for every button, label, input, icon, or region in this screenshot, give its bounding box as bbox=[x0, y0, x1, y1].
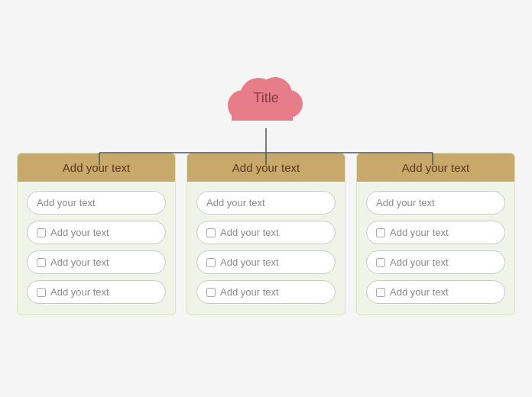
svg-rect-9 bbox=[232, 104, 293, 121]
columns-wrapper: Add your text Add your text Add your tex… bbox=[15, 153, 517, 315]
column-1-body: Add your text Add your text Add your tex… bbox=[18, 182, 175, 304]
column-1-checkbox-2-label: Add your text bbox=[50, 257, 109, 268]
column-1-checkbox-2[interactable]: Add your text bbox=[27, 250, 166, 274]
column-3-checkbox-1[interactable]: Add your text bbox=[366, 221, 505, 244]
column-3-checkbox-3[interactable]: Add your text bbox=[366, 280, 505, 304]
checkbox-icon[interactable] bbox=[376, 228, 385, 237]
column-3-checkbox-1-label: Add your text bbox=[390, 227, 449, 238]
column-3-checkbox-2-label: Add your text bbox=[390, 257, 449, 268]
column-1-checkbox-1[interactable]: Add your text bbox=[27, 221, 166, 244]
column-2-checkbox-3-label: Add your text bbox=[220, 286, 279, 298]
column-1-checkbox-3-label: Add your text bbox=[50, 286, 109, 298]
column-3-text-box[interactable]: Add your text bbox=[366, 191, 505, 215]
column-3-checkbox-3-label: Add your text bbox=[390, 286, 449, 298]
column-1-checkbox-1-label: Add your text bbox=[50, 227, 109, 238]
cloud-title-container[interactable]: Title bbox=[220, 67, 312, 128]
checkbox-icon[interactable] bbox=[37, 258, 46, 267]
column-2-checkbox-1-label: Add your text bbox=[220, 227, 279, 238]
title-text: Title bbox=[253, 90, 278, 106]
column-2: Add your text Add your text Add your tex… bbox=[187, 153, 345, 315]
column-2-text-box[interactable]: Add your text bbox=[196, 191, 336, 215]
checkbox-icon[interactable] bbox=[376, 288, 385, 297]
checkbox-icon[interactable] bbox=[206, 228, 216, 237]
column-2-checkbox-2-label: Add your text bbox=[220, 257, 279, 268]
column-3-body: Add your text Add your text Add your tex… bbox=[357, 182, 514, 304]
checkbox-icon[interactable] bbox=[206, 258, 216, 267]
canvas: Title Add your text Add your text Add yo… bbox=[0, 0, 532, 397]
column-3-checkbox-2[interactable]: Add your text bbox=[366, 250, 505, 274]
column-1-text-box[interactable]: Add your text bbox=[27, 191, 166, 215]
column-2-checkbox-1[interactable]: Add your text bbox=[196, 221, 336, 244]
column-2-checkbox-2[interactable]: Add your text bbox=[196, 250, 336, 274]
column-2-header[interactable]: Add your text bbox=[187, 153, 345, 182]
checkbox-icon[interactable] bbox=[376, 258, 385, 267]
column-2-body: Add your text Add your text Add your tex… bbox=[187, 182, 345, 304]
column-2-checkbox-3[interactable]: Add your text bbox=[196, 280, 336, 304]
checkbox-icon[interactable] bbox=[37, 228, 46, 237]
checkbox-icon[interactable] bbox=[37, 288, 46, 297]
column-3-header[interactable]: Add your text bbox=[357, 153, 514, 182]
column-1-checkbox-3[interactable]: Add your text bbox=[27, 280, 166, 304]
column-1-header[interactable]: Add your text bbox=[18, 153, 175, 182]
column-1: Add your text Add your text Add your tex… bbox=[17, 153, 176, 315]
checkbox-icon[interactable] bbox=[206, 288, 216, 297]
column-3: Add your text Add your text Add your tex… bbox=[356, 153, 515, 315]
